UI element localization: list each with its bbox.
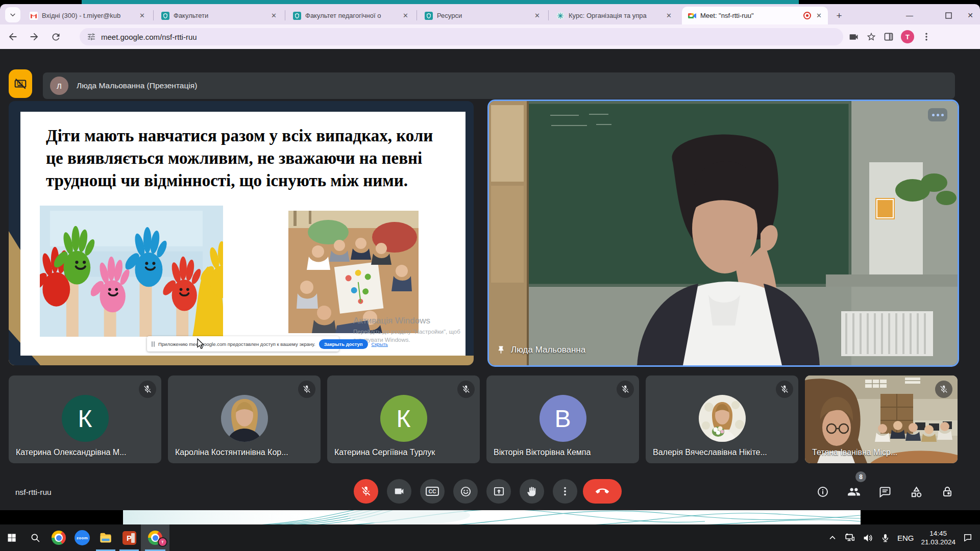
close-icon[interactable]: ✕	[815, 12, 823, 19]
tab-resources[interactable]: Ресурси ✕	[419, 7, 546, 24]
forward-button[interactable]	[26, 28, 43, 45]
host-controls-button[interactable]	[941, 485, 954, 498]
more-options-button[interactable]	[553, 479, 577, 504]
avatar-initial: К	[78, 405, 92, 433]
info-icon	[817, 486, 829, 498]
browser-window: Вхідні (300) - t.miyer@kub ✕ Факультети …	[0, 4, 980, 510]
participant-tile[interactable]: Кароліна Костянтинівна Кор...	[168, 375, 321, 463]
participant-name: Валерія Вячеславівна Нікіте...	[653, 448, 767, 457]
tray-date: 21.03.2024	[921, 538, 955, 546]
presentation-tile[interactable]: Діти мають навчатися разом у всіх випадк…	[9, 101, 474, 365]
raise-hand-button[interactable]	[520, 479, 544, 504]
window-minimize-button[interactable]: —	[898, 7, 921, 24]
participant-tile[interactable]: Валерія Вячеславівна Нікіте...	[646, 375, 798, 463]
photo-avatar-woman-flowers	[699, 395, 746, 442]
tab-faculty-ped[interactable]: Факультет педагогічної о ✕	[287, 7, 414, 24]
video-options-icon[interactable]	[928, 108, 947, 121]
activities-button[interactable]	[910, 485, 923, 498]
browser-menu-icon[interactable]	[921, 32, 932, 42]
participant-name: Люда Мальованна	[511, 345, 585, 355]
tab-separator	[285, 10, 285, 20]
lock-icon	[941, 486, 953, 498]
slide-image-painted-hands	[40, 206, 223, 337]
hand-icon	[526, 486, 538, 497]
site-settings-icon[interactable]	[87, 32, 96, 41]
tab-separator	[416, 10, 417, 20]
course-icon	[556, 12, 565, 20]
presenter-banner-label: Люда Мальованна (Презентація)	[77, 81, 197, 90]
leave-call-button[interactable]	[583, 479, 622, 504]
taskbar-chrome-button[interactable]	[47, 524, 70, 551]
meeting-details-button[interactable]	[816, 485, 829, 498]
reactions-button[interactable]	[453, 479, 478, 504]
background-window-strip	[0, 0, 980, 4]
keyboard-off-icon	[14, 77, 27, 90]
tab-camera-access-icon[interactable]	[848, 32, 859, 42]
toolbar-right-icons: T	[848, 28, 932, 45]
chat-button[interactable]	[878, 485, 892, 498]
taskbar-zoom-button[interactable]: zoom	[70, 524, 94, 551]
taskbar-clock[interactable]: 14:45 21.03.2024	[921, 529, 955, 546]
tray-mic-icon[interactable]	[880, 533, 890, 543]
camera-toggle-button[interactable]	[387, 479, 411, 504]
window-close-button[interactable]: ✕	[961, 7, 980, 24]
tray-chevron-up-icon[interactable]	[828, 533, 837, 542]
mic-off-icon	[617, 381, 634, 398]
tab-faculties[interactable]: Факультети ✕	[155, 7, 283, 24]
hide-notice-link[interactable]: Скрыть	[372, 341, 388, 347]
drag-handle-icon[interactable]	[152, 341, 155, 347]
close-icon[interactable]: ✕	[402, 12, 409, 19]
captions-button[interactable]: CC	[420, 479, 445, 504]
taskbar-powerpoint-button[interactable]: P	[117, 524, 141, 551]
close-icon[interactable]: ✕	[270, 12, 278, 19]
participant-tile[interactable]: К Катерина Сергіївна Турлук	[327, 375, 480, 463]
tab-separator	[548, 10, 549, 20]
network-icon[interactable]	[844, 532, 855, 543]
main-video-tile[interactable]: Люда Мальованна	[489, 101, 958, 365]
mic-off-icon	[935, 381, 952, 398]
stop-sharing-button[interactable]: Закрыть доступ	[319, 339, 368, 349]
tab-search-button[interactable]	[5, 7, 20, 22]
tab-meet-active[interactable]: Meet: "nsf-rtti-ruu" ✕	[682, 7, 828, 24]
tab-course[interactable]: Курс: Організація та упра ✕	[550, 7, 678, 24]
powerpoint-icon: P	[122, 531, 136, 545]
share-notice-text: Приложению meet.google.com предоставлен …	[158, 341, 315, 347]
wave-pattern	[123, 510, 861, 524]
avatar: К	[62, 395, 109, 442]
mic-toggle-button[interactable]	[354, 479, 378, 504]
presentation-warning-badge[interactable]	[9, 69, 32, 98]
browser-profile-avatar[interactable]: T	[901, 30, 914, 43]
participant-tile[interactable]: К Катерина Олександрівна М...	[9, 375, 161, 463]
new-tab-button[interactable]: +	[832, 9, 846, 23]
tab-title: Meet: "nsf-rtti-ruu"	[700, 12, 799, 19]
pinned-participant-label: Люда Мальованна	[496, 345, 585, 355]
recording-indicator-icon	[803, 12, 811, 19]
participant-tile[interactable]: Тетяна Іванівна Міср...	[805, 375, 958, 463]
language-indicator[interactable]: ENG	[897, 534, 914, 542]
presenter-avatar: Л	[50, 77, 68, 95]
university-icon	[293, 12, 301, 20]
tab-gmail[interactable]: Вхідні (300) - t.miyer@kub ✕	[23, 7, 151, 24]
taskbar-chrome-active-button[interactable]: T	[141, 524, 169, 551]
meet-icon	[688, 12, 696, 20]
window-maximize-button[interactable]	[937, 7, 960, 24]
start-button[interactable]	[0, 524, 23, 551]
close-icon[interactable]: ✕	[665, 12, 673, 19]
action-center-icon[interactable]	[963, 533, 973, 543]
taskbar-search-button[interactable]	[23, 524, 47, 551]
present-button[interactable]	[486, 479, 511, 504]
taskbar-explorer-button[interactable]	[94, 524, 117, 551]
reload-button[interactable]	[47, 28, 64, 45]
mic-off-icon	[776, 381, 793, 398]
close-icon[interactable]: ✕	[533, 12, 541, 19]
participants-button[interactable]	[847, 485, 861, 498]
close-icon[interactable]: ✕	[138, 12, 146, 19]
side-panel-icon[interactable]	[884, 32, 894, 42]
bookmark-star-icon[interactable]	[866, 32, 876, 42]
back-button[interactable]	[4, 28, 21, 45]
participant-tile[interactable]: В Вікторія Вікторівна Кемпа	[486, 375, 639, 463]
address-bar[interactable]: meet.google.com/nsf-rtti-ruu	[80, 28, 843, 45]
slide-heading: Діти мають навчатися разом у всіх випадк…	[46, 125, 440, 192]
volume-icon[interactable]	[863, 533, 873, 543]
meet-control-bar: nsf-rtti-ruu CC 8	[0, 469, 980, 510]
